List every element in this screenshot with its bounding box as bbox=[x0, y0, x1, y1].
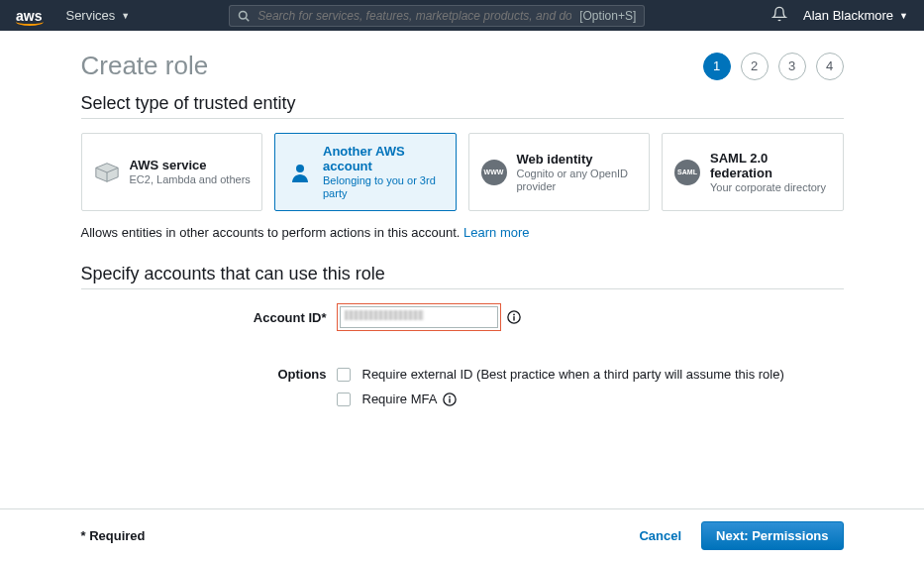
trusted-entity-help-text: Allows entities in other accounts to per… bbox=[81, 225, 844, 240]
entity-card-web-identity[interactable]: WWW Web identity Cognito or any OpenID p… bbox=[468, 133, 651, 211]
section-title-specify-accounts: Specify accounts that can use this role bbox=[81, 264, 844, 289]
saml-icon: SAML bbox=[674, 160, 700, 185]
wizard-step-3[interactable]: 3 bbox=[778, 53, 806, 80]
entity-title: Web identity bbox=[517, 152, 640, 167]
info-icon[interactable] bbox=[443, 393, 457, 406]
account-id-label: Account ID* bbox=[81, 310, 337, 325]
chevron-down-icon: ▼ bbox=[899, 11, 908, 21]
search-shortcut-hint: [Option+S] bbox=[579, 9, 636, 23]
wizard-step-1[interactable]: 1 bbox=[703, 53, 731, 80]
entity-card-aws-service[interactable]: AWS service EC2, Lambda and others bbox=[81, 133, 263, 211]
options-label: Options bbox=[81, 367, 337, 382]
user-icon bbox=[287, 160, 313, 185]
svg-point-4 bbox=[296, 165, 304, 172]
user-menu[interactable]: Alan Blackmore ▼ bbox=[803, 8, 908, 23]
search-icon bbox=[238, 10, 250, 22]
search-input[interactable] bbox=[257, 9, 571, 23]
aws-logo[interactable]: aws bbox=[16, 8, 42, 24]
entity-title: Another AWS account bbox=[323, 144, 446, 173]
svg-point-6 bbox=[513, 314, 515, 316]
notifications-icon[interactable] bbox=[771, 6, 787, 25]
wizard-step-4[interactable]: 4 bbox=[816, 53, 844, 80]
require-external-id-label: Require external ID (Best practice when … bbox=[362, 367, 784, 382]
entity-subtitle: Cognito or any OpenID provider bbox=[517, 168, 640, 193]
chevron-down-icon: ▼ bbox=[121, 11, 130, 21]
entity-subtitle: EC2, Lambda and others bbox=[130, 173, 251, 186]
wizard-steps: 1 2 3 4 bbox=[703, 53, 844, 80]
box-icon bbox=[94, 160, 120, 185]
svg-point-0 bbox=[240, 11, 248, 19]
svg-point-9 bbox=[450, 395, 452, 397]
www-icon: WWW bbox=[481, 160, 507, 185]
user-name: Alan Blackmore bbox=[803, 8, 893, 23]
info-icon[interactable] bbox=[507, 310, 521, 324]
entity-subtitle: Your corporate directory bbox=[710, 181, 833, 194]
svg-line-1 bbox=[247, 18, 250, 21]
services-label: Services bbox=[65, 8, 115, 23]
section-title-trusted-entity: Select type of trusted entity bbox=[81, 93, 844, 119]
entity-card-another-account[interactable]: Another AWS account Belonging to you or … bbox=[274, 133, 457, 211]
global-search[interactable]: [Option+S] bbox=[229, 5, 645, 27]
redacted-value bbox=[345, 310, 424, 320]
services-menu[interactable]: Services ▼ bbox=[65, 8, 130, 23]
require-mfa-checkbox[interactable] bbox=[337, 393, 351, 406]
svg-rect-10 bbox=[450, 398, 451, 402]
wizard-step-2[interactable]: 2 bbox=[741, 53, 769, 80]
svg-rect-7 bbox=[513, 317, 514, 321]
entity-title: AWS service bbox=[130, 158, 251, 172]
learn-more-link[interactable]: Learn more bbox=[463, 225, 529, 240]
require-external-id-checkbox[interactable] bbox=[337, 368, 351, 382]
require-mfa-label: Require MFA bbox=[362, 392, 438, 406]
page-title: Create role bbox=[81, 51, 209, 81]
entity-title: SAML 2.0 federation bbox=[710, 151, 833, 180]
entity-subtitle: Belonging to you or 3rd party bbox=[323, 174, 446, 200]
entity-card-saml[interactable]: SAML SAML 2.0 federation Your corporate … bbox=[662, 133, 844, 211]
